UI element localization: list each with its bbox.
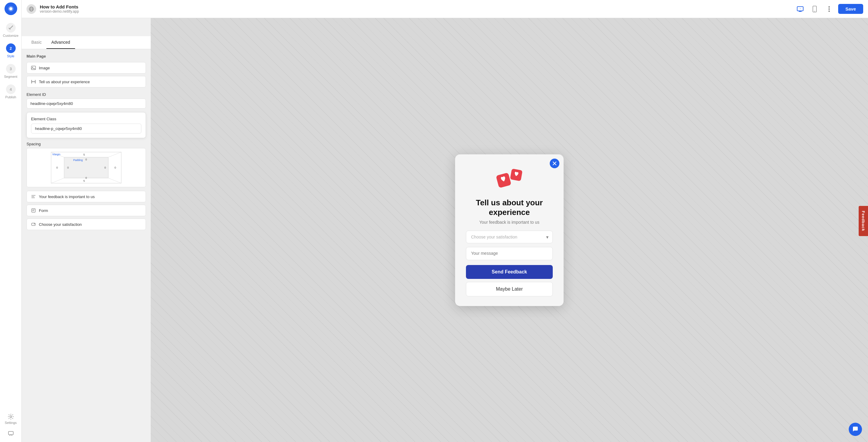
image-icon [31,65,36,70]
hearts-illustration [494,167,524,190]
sidebar-label-publish: Publish [5,95,16,99]
spacing-label: Spacing [27,142,146,146]
satisfaction-select[interactable]: Choose your satisfaction Very Satisfied … [466,231,553,243]
site-title-group: How to Add Fonts version-demo.netlify.ap… [40,4,791,13]
svg-text:0: 0 [85,176,87,179]
panel-content: Main Page Image Tell us about [22,49,151,442]
svg-text:Margin: Margin [53,153,61,156]
sidebar: Customize 2 Style 3 Segment 4 Publish Se… [0,0,22,442]
svg-text:0: 0 [67,166,69,169]
element-class-box: Element Class [27,112,146,138]
svg-point-2 [10,416,12,418]
desktop-view-button[interactable] [795,4,806,14]
panel-item-feedback-text[interactable]: Your feedback is important to us [27,191,146,202]
panel-item-headline[interactable]: Tell us about your experience [27,76,146,87]
maybe-later-button[interactable]: Maybe Later [466,282,553,296]
element-class-input[interactable] [31,124,141,134]
svg-text:0: 0 [85,158,87,161]
panel-tabs: Basic Advanced [22,36,151,49]
svg-point-11 [829,6,830,7]
chat-bubble-button[interactable] [849,423,862,436]
sidebar-label-style: Style [7,54,14,58]
sidebar-item-chat[interactable] [0,428,22,440]
svg-line-20 [51,178,64,183]
svg-point-10 [814,11,815,11]
heading-icon [31,79,36,84]
svg-point-1 [9,7,12,10]
tab-advanced[interactable]: Advanced [46,36,75,49]
panel-item-headline-label: Tell us about your experience [39,80,90,84]
element-id-section: Element ID [27,92,146,112]
svg-point-8 [800,8,801,9]
top-bar: How to Add Fonts version-demo.netlify.ap… [22,0,868,18]
element-id-input[interactable] [27,98,146,109]
sidebar-label-segment: Segment [4,75,17,79]
form-icon [31,208,36,213]
sidebar-label-settings: Settings [5,421,17,424]
publish-step-icon: 4 [6,84,16,94]
svg-point-13 [829,10,830,12]
modal-title: Tell us about your experience [466,198,553,217]
panel-item-form-label: Form [39,208,48,213]
app-logo[interactable] [4,2,17,15]
site-icon [27,4,36,14]
send-feedback-button[interactable]: Send Feedback [466,265,553,279]
sidebar-item-style[interactable]: 2 Style [0,40,22,61]
close-icon [553,161,557,166]
modal-hearts-emoji [466,167,553,193]
svg-point-15 [32,67,33,68]
sidebar-item-settings[interactable]: Settings [0,411,22,428]
chat-bubble-icon [852,426,859,433]
svg-text:5: 5 [83,179,85,182]
panel-item-form[interactable]: Form [27,205,146,216]
preview-background: Tell us about your experience Your feedb… [151,18,868,442]
preview-area: Tell us about your experience Your feedb… [151,18,868,442]
modal-subtitle: Your feedback is important to us [466,220,553,225]
mobile-view-button[interactable] [809,4,820,14]
feedback-modal: Tell us about your experience Your feedb… [455,154,564,306]
sidebar-label-customize: Customize [3,34,19,37]
svg-line-21 [108,178,121,183]
satisfaction-select-wrapper: Choose your satisfaction Very Satisfied … [466,231,553,243]
sidebar-item-customize[interactable]: Customize [0,20,22,40]
segment-step-icon: 3 [6,64,16,73]
panel-item-choose-satisfaction[interactable]: Choose your satisfaction [27,218,146,230]
top-bar-actions: Save [795,4,863,14]
svg-text:0: 0 [56,166,58,169]
tab-basic[interactable]: Basic [27,36,46,49]
panel-item-image-label: Image [39,66,50,70]
chat-icon [8,431,14,437]
message-textarea[interactable] [466,247,553,260]
svg-rect-3 [8,432,13,435]
sidebar-item-segment[interactable]: 3 Segment [0,61,22,81]
svg-point-12 [829,8,830,10]
modal-close-button[interactable] [550,158,559,168]
feedback-side-tab[interactable]: Feedback [859,206,868,236]
spacing-section: Spacing [27,142,146,187]
site-title: How to Add Fonts [40,4,791,9]
panel-item-image[interactable]: Image [27,62,146,73]
select-icon [31,222,36,227]
panel-item-feedback-label: Your feedback is important to us [39,195,95,199]
svg-text:Padding: Padding [73,158,83,161]
gear-icon [8,414,14,420]
svg-line-19 [108,152,121,157]
text-icon [31,194,36,199]
style-step-icon: 2 [6,43,16,53]
more-options-button[interactable] [824,4,835,14]
save-button[interactable]: Save [838,4,863,14]
element-class-label: Element Class [31,117,141,121]
svg-text:0: 0 [115,166,116,169]
panel-item-satisfaction-label: Choose your satisfaction [39,222,82,227]
spacing-diagram: Margin Padding 5 5 0 0 [27,148,146,187]
settings-panel: Basic Advanced Main Page Image [22,18,151,442]
customize-icon [6,23,16,33]
element-id-label: Element ID [27,92,146,97]
sidebar-item-publish[interactable]: 4 Publish [0,81,22,102]
svg-text:5: 5 [83,153,85,156]
site-subtitle: version-demo.netlify.app [40,9,791,13]
section-title: Main Page [27,54,146,58]
svg-text:0: 0 [104,166,106,169]
svg-rect-32 [32,209,35,212]
